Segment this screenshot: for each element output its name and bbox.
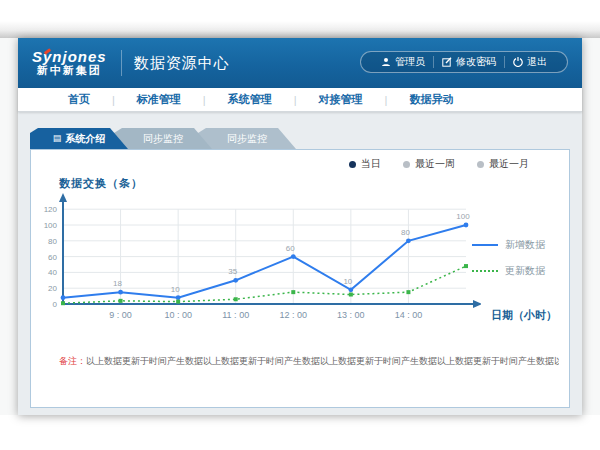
header-divider bbox=[121, 50, 122, 76]
app-window: Synjones 新中新集团 数据资源中心 管理员 修改密码 退出 首页 bbox=[18, 38, 582, 415]
svg-text:20: 20 bbox=[48, 284, 57, 293]
legend-item-updated-data: 更新数据 bbox=[472, 264, 545, 278]
svg-text:100: 100 bbox=[456, 212, 470, 221]
tab-bar: ▤ 系统介绍 同步监控 同步监控 bbox=[30, 128, 582, 149]
filter-today[interactable]: 当日 bbox=[349, 157, 381, 171]
page-title: 数据资源中心 bbox=[134, 54, 230, 73]
edit-icon bbox=[442, 57, 452, 67]
nav-item-home[interactable]: 首页 bbox=[46, 92, 112, 107]
nav-item-standard-mgmt[interactable]: 标准管理 bbox=[115, 92, 203, 107]
tab-label: 同步监控 bbox=[143, 132, 183, 146]
user-menu: 管理员 修改密码 退出 bbox=[360, 51, 568, 73]
legend-label: 更新数据 bbox=[505, 264, 545, 278]
svg-text:18: 18 bbox=[113, 279, 122, 288]
app-header: Synjones 新中新集团 数据资源中心 管理员 修改密码 退出 bbox=[18, 38, 582, 88]
filter-label: 当日 bbox=[361, 157, 381, 171]
power-icon bbox=[513, 57, 523, 67]
chart-legend: 新增数据 更新数据 bbox=[472, 238, 545, 278]
username-label: 管理员 bbox=[395, 55, 425, 69]
tab-system-intro[interactable]: ▤ 系统介绍 bbox=[30, 128, 128, 149]
logout-label: 退出 bbox=[527, 55, 547, 69]
radio-icon bbox=[477, 161, 484, 168]
company-logo: Synjones 新中新集团 bbox=[32, 49, 107, 77]
nav-item-data-change[interactable]: 数据异动 bbox=[387, 92, 475, 107]
x-axis-title: 日期（小时） bbox=[491, 308, 557, 323]
filter-label: 最近一月 bbox=[489, 157, 529, 171]
svg-text:10: 10 bbox=[343, 277, 352, 286]
page-top-gradient bbox=[0, 0, 600, 38]
y-axis-title: 数据交换（条） bbox=[59, 176, 143, 191]
chart-panel: 当日 最近一周 最近一月 数据交换（条） 0204060801001209 : … bbox=[30, 149, 570, 408]
svg-text:60: 60 bbox=[48, 253, 57, 262]
radio-icon bbox=[403, 161, 410, 168]
radio-selected-icon bbox=[349, 161, 356, 168]
footnote-text: 以上数据更新于时间产生数据以上数据更新于时间产生数据以上数据更新于时间产生数据以… bbox=[86, 356, 559, 366]
time-filter-group: 当日 最近一周 最近一月 bbox=[349, 157, 529, 171]
main-nav: 首页 | 标准管理 | 系统管理 | 对接管理 | 数据异动 bbox=[18, 88, 582, 112]
svg-text:40: 40 bbox=[48, 268, 57, 277]
content-area: ▤ 系统介绍 同步监控 同步监控 当日 最近一周 bbox=[18, 112, 582, 415]
svg-text:12 : 00: 12 : 00 bbox=[280, 310, 308, 320]
page-bottom-area bbox=[0, 415, 600, 450]
filter-last-week[interactable]: 最近一周 bbox=[403, 157, 455, 171]
dotted-line-swatch bbox=[472, 270, 498, 272]
change-password-button[interactable]: 修改密码 bbox=[434, 55, 504, 69]
svg-text:14 : 00: 14 : 00 bbox=[395, 310, 423, 320]
current-user[interactable]: 管理员 bbox=[373, 55, 433, 69]
nav-item-interface-mgmt[interactable]: 对接管理 bbox=[297, 92, 385, 107]
svg-text:35: 35 bbox=[228, 267, 237, 276]
svg-text:80: 80 bbox=[48, 237, 57, 246]
svg-text:10: 10 bbox=[171, 285, 180, 294]
form-icon: ▤ bbox=[53, 134, 62, 143]
svg-text:80: 80 bbox=[401, 228, 410, 237]
line-chart: 0204060801001209 : 0010 : 0011 : 0012 : … bbox=[41, 192, 481, 327]
logout-button[interactable]: 退出 bbox=[505, 55, 555, 69]
filter-label: 最近一周 bbox=[415, 157, 455, 171]
tab-label: 系统介绍 bbox=[65, 132, 105, 146]
change-password-label: 修改密码 bbox=[456, 55, 496, 69]
nav-item-system-mgmt[interactable]: 系统管理 bbox=[206, 92, 294, 107]
solid-line-swatch bbox=[472, 244, 498, 246]
logo-subtext: 新中新集团 bbox=[32, 64, 107, 77]
svg-text:60: 60 bbox=[286, 244, 295, 253]
svg-text:9 : 00: 9 : 00 bbox=[109, 310, 132, 320]
svg-text:0: 0 bbox=[53, 300, 58, 309]
svg-text:100: 100 bbox=[44, 221, 58, 230]
filter-last-month[interactable]: 最近一月 bbox=[477, 157, 529, 171]
footnote: 备注：以上数据更新于时间产生数据以上数据更新于时间产生数据以上数据更新于时间产生… bbox=[59, 355, 559, 368]
tab-label: 同步监控 bbox=[227, 132, 267, 146]
tab-sync-monitor-2[interactable]: 同步监控 bbox=[198, 128, 296, 149]
legend-label: 新增数据 bbox=[505, 238, 545, 252]
tab-sync-monitor-1[interactable]: 同步监控 bbox=[114, 128, 212, 149]
svg-text:120: 120 bbox=[44, 205, 58, 214]
svg-text:13 : 00: 13 : 00 bbox=[337, 310, 365, 320]
user-icon bbox=[381, 57, 391, 67]
svg-text:11 : 00: 11 : 00 bbox=[222, 310, 249, 320]
legend-item-new-data: 新增数据 bbox=[472, 238, 545, 252]
svg-text:10 : 00: 10 : 00 bbox=[164, 310, 192, 320]
footnote-label: 备注： bbox=[59, 356, 86, 366]
